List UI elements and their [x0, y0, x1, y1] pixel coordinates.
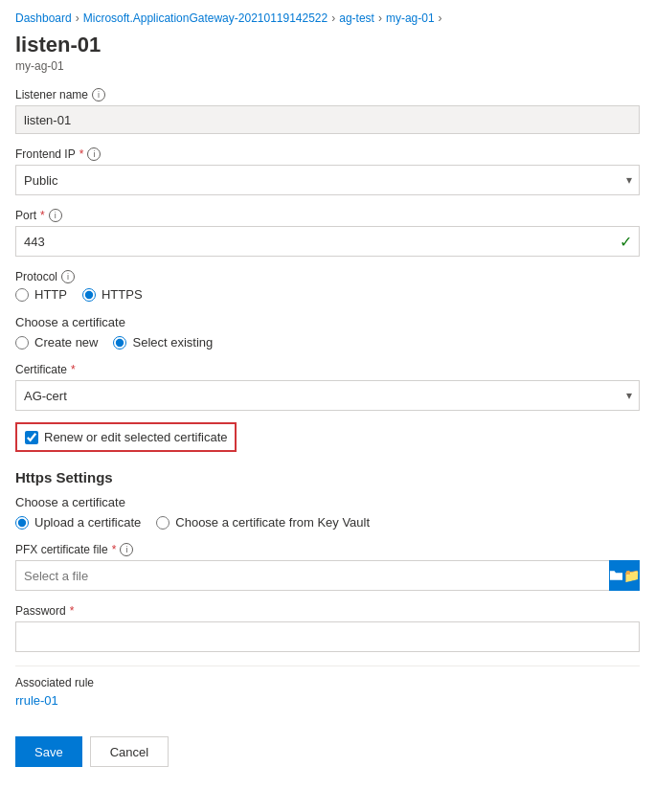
breadcrumb-gateway[interactable]: Microsoft.ApplicationGateway-20210119142… [83, 11, 328, 25]
pfx-file-info-icon[interactable]: i [120, 543, 133, 556]
pfx-file-input[interactable] [15, 560, 609, 591]
protocol-https-radio[interactable] [82, 288, 96, 302]
create-new-label: Create new [34, 335, 98, 350]
action-bar: Save Cancel [0, 721, 655, 782]
port-wrapper: ✓ [15, 226, 640, 257]
cancel-button[interactable]: Cancel [90, 736, 169, 767]
frontend-ip-select[interactable]: Public Private [15, 165, 640, 195]
listener-name-input [15, 105, 640, 134]
password-input[interactable] [15, 621, 640, 652]
select-existing-label: Select existing [132, 335, 213, 350]
breadcrumb-my-ag-01[interactable]: my-ag-01 [386, 11, 435, 25]
pfx-file-browse-button[interactable]: 📁 [609, 560, 640, 591]
protocol-radio-group: HTTP HTTPS [15, 287, 640, 302]
breadcrumb-sep-3: › [378, 11, 382, 25]
breadcrumb: Dashboard › Microsoft.ApplicationGateway… [0, 0, 655, 33]
listener-name-label: Listener name i [15, 88, 640, 102]
protocol-https-label: HTTPS [102, 287, 143, 302]
associated-rule-link[interactable]: rrule-01 [15, 693, 58, 708]
select-existing-radio[interactable] [113, 336, 126, 350]
frontend-ip-label: Frontend IP * i [15, 147, 640, 161]
https-cert-radio-group: Upload a certificate Choose a certificat… [15, 515, 640, 530]
upload-cert-label: Upload a certificate [34, 515, 141, 530]
choose-cert-label: Choose a certificate [15, 315, 640, 329]
breadcrumb-sep-2: › [331, 11, 335, 25]
keyvault-cert-option[interactable]: Choose a certificate from Key Vault [156, 515, 370, 530]
select-existing-option[interactable]: Select existing [113, 335, 213, 350]
port-input[interactable] [15, 226, 640, 257]
keyvault-cert-radio[interactable] [156, 516, 169, 530]
protocol-http-label: HTTP [34, 287, 67, 302]
page-subtitle: my-ag-01 [0, 59, 655, 88]
divider [15, 665, 640, 666]
port-info-icon[interactable]: i [49, 209, 62, 222]
save-button[interactable]: Save [15, 736, 82, 767]
upload-cert-radio[interactable] [15, 516, 29, 530]
renew-edit-row: Renew or edit selected certificate [15, 422, 237, 452]
protocol-http-radio[interactable] [15, 288, 29, 302]
https-settings-heading: Https Settings [15, 469, 640, 485]
create-new-option[interactable]: Create new [15, 335, 98, 350]
page-title: listen-01 [0, 33, 655, 59]
port-check-icon: ✓ [620, 233, 632, 251]
pfx-file-label: PFX certificate file * i [15, 543, 640, 556]
protocol-https-option[interactable]: HTTPS [82, 287, 143, 302]
breadcrumb-dashboard[interactable]: Dashboard [15, 11, 72, 25]
protocol-info-icon[interactable]: i [61, 270, 75, 283]
listener-name-info-icon[interactable]: i [92, 88, 105, 102]
https-choose-cert-label: Choose a certificate [15, 495, 640, 509]
certificate-label: Certificate * [15, 363, 640, 376]
create-new-radio[interactable] [15, 336, 29, 350]
breadcrumb-ag-test[interactable]: ag-test [339, 11, 374, 25]
associated-rule-label: Associated rule [15, 676, 640, 689]
upload-cert-option[interactable]: Upload a certificate [15, 515, 141, 530]
renew-edit-label: Renew or edit selected certificate [44, 430, 227, 444]
frontend-ip-select-wrapper: Public Private ▾ [15, 165, 640, 195]
keyvault-cert-label: Choose a certificate from Key Vault [175, 515, 370, 530]
protocol-label: Protocol i [15, 270, 640, 283]
port-label: Port * i [15, 209, 640, 222]
renew-edit-checkbox[interactable] [25, 431, 38, 444]
breadcrumb-sep-1: › [76, 11, 79, 25]
certificate-select[interactable]: AG-cert [15, 380, 640, 411]
protocol-http-option[interactable]: HTTP [15, 287, 67, 302]
breadcrumb-sep-4: › [439, 11, 442, 25]
folder-icon [609, 568, 623, 583]
password-label: Password * [15, 604, 640, 618]
choose-cert-radio-group: Create new Select existing [15, 335, 640, 350]
frontend-ip-info-icon[interactable]: i [87, 147, 101, 161]
certificate-select-wrapper: AG-cert ▾ [15, 380, 640, 411]
pfx-file-wrapper: 📁 [15, 560, 640, 591]
